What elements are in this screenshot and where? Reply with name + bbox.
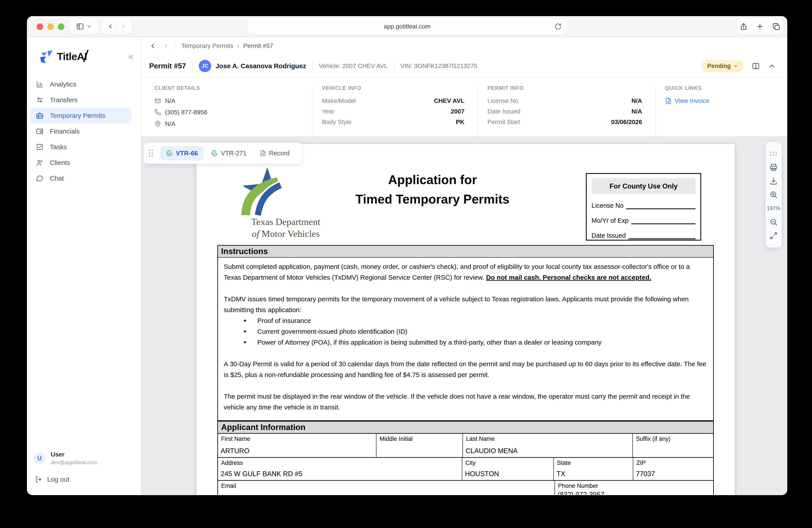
instructions-bullets: Proof of insurance Current government-is… bbox=[224, 315, 707, 348]
sidebar-panel-icon bbox=[76, 23, 84, 30]
check-circle-icon bbox=[166, 150, 173, 157]
city-cell: CityHOUSTON bbox=[462, 458, 553, 480]
browser-chrome: app.gotitleai.com bbox=[27, 16, 787, 37]
address-cell: Address245 W GULF BANK RD #5 bbox=[218, 458, 462, 480]
chevron-down-icon bbox=[734, 64, 738, 68]
expand-icon bbox=[769, 231, 778, 240]
panel-title: QUICK LINKS bbox=[665, 85, 774, 91]
refresh-icon[interactable] bbox=[554, 23, 562, 30]
close-window-button[interactable] bbox=[37, 24, 43, 30]
county-use-title: For County Use Only bbox=[592, 179, 696, 194]
fullscreen-button[interactable] bbox=[766, 229, 782, 243]
share-icon[interactable] bbox=[740, 23, 748, 30]
document-tabs: VTR-66 VTR-271 Record bbox=[143, 143, 302, 164]
blank-line bbox=[628, 235, 696, 239]
user-email: dev@apptitleai.com bbox=[51, 459, 97, 466]
browser-nav-buttons bbox=[102, 18, 132, 34]
app-logo: TitleAI « bbox=[39, 49, 133, 63]
summary-panels: CLIENT DETAILS N/A (305) 877-8956 N/A bbox=[141, 78, 787, 136]
sidebar-item-chat[interactable]: Chat bbox=[30, 170, 131, 186]
status-badge[interactable]: Pending bbox=[702, 60, 744, 72]
tab-vtr-271[interactable]: VTR-271 bbox=[205, 146, 252, 160]
zip-cell: ZIP77037 bbox=[633, 458, 713, 480]
agency-name-line2: of Motor Vehicles bbox=[234, 228, 338, 240]
blank-line bbox=[626, 205, 696, 209]
file-text-icon bbox=[260, 150, 266, 156]
applicant-table: First NameARTURO Middle Initial Last Nam… bbox=[217, 434, 714, 495]
permit-header: Permit #57 JC Jose A. Casanova Rodriguez… bbox=[141, 55, 787, 78]
check-square-icon bbox=[36, 143, 44, 151]
document-viewer: Texas Department of Motor Vehicles Appli… bbox=[141, 136, 787, 495]
instructions-p3: A 30-Day Permit is valid for a period of… bbox=[224, 358, 707, 380]
sidebar-item-clients[interactable]: Clients bbox=[30, 155, 131, 170]
sidebar-item-temporary-permits[interactable]: Temporary Permits bbox=[30, 108, 131, 124]
download-icon bbox=[769, 177, 778, 185]
sidebar-nav: Analytics Transfers Temporary Permits Fi… bbox=[27, 76, 141, 186]
divider bbox=[117, 22, 117, 31]
vehicle-info-panel: VEHICLE INFO Make/ModelCHEV AVL Year2007… bbox=[312, 85, 478, 136]
download-button[interactable] bbox=[766, 174, 782, 188]
sidebar-item-transfers[interactable]: Transfers bbox=[30, 92, 131, 108]
client-email-row: N/A bbox=[155, 97, 299, 104]
tab-overview-icon[interactable] bbox=[772, 23, 780, 30]
divider bbox=[175, 42, 176, 50]
instructions-p4: The permit must be displayed in the rear… bbox=[224, 391, 707, 413]
map-pin-icon bbox=[155, 120, 161, 127]
state-cell: StateTX bbox=[553, 458, 633, 480]
suffix-cell: Suffix (if any) bbox=[633, 434, 713, 457]
address-bar[interactable]: app.gotitleai.com bbox=[247, 18, 567, 34]
logout-button[interactable]: Log out bbox=[35, 476, 141, 483]
sidebar-item-financials[interactable]: Financials bbox=[30, 124, 131, 139]
tab-record[interactable]: Record bbox=[254, 146, 295, 160]
info-row: Year2007 bbox=[322, 108, 464, 115]
table-row: First NameARTURO Middle Initial Last Nam… bbox=[218, 434, 713, 457]
sidebar-collapse-button[interactable]: « bbox=[128, 52, 133, 61]
page-back-button[interactable] bbox=[149, 42, 156, 49]
page-forward-button[interactable] bbox=[162, 42, 170, 49]
minimize-window-button[interactable] bbox=[47, 24, 54, 30]
browser-forward-button[interactable] bbox=[120, 23, 127, 30]
traffic-lights bbox=[37, 16, 64, 37]
id-card-icon bbox=[36, 112, 44, 120]
collapse-header-button[interactable] bbox=[768, 62, 776, 70]
form-title: Application for Timed Temporary Permits bbox=[329, 170, 536, 209]
tab-vtr-66[interactable]: VTR-66 bbox=[160, 146, 204, 160]
view-invoice-link[interactable]: View Invoice bbox=[665, 97, 774, 104]
quick-links-panel: QUICK LINKS View Invoice bbox=[655, 85, 787, 136]
zoom-in-button[interactable] bbox=[766, 188, 782, 201]
panel-title: PERMIT INFO bbox=[488, 85, 642, 91]
blank-line bbox=[631, 220, 696, 224]
breadcrumb-current: Permit #57 bbox=[243, 42, 273, 49]
email-cell: Email bbox=[218, 481, 554, 495]
sidebar-item-analytics[interactable]: Analytics bbox=[30, 76, 131, 92]
browser-sidebar-toggle[interactable] bbox=[70, 18, 98, 34]
print-button[interactable] bbox=[766, 160, 782, 174]
form-page: Texas Department of Motor Vehicles Appli… bbox=[197, 144, 735, 495]
divider bbox=[192, 61, 193, 71]
bullet-item: Proof of insurance bbox=[224, 315, 707, 326]
user-profile[interactable]: U User dev@apptitleai.com bbox=[27, 451, 141, 466]
vin-summary: VIN: 3GNFK12387G213275 bbox=[400, 62, 477, 70]
client-name: Jose A. Casanova Rodriguez bbox=[216, 62, 306, 70]
breadcrumb-section[interactable]: Temporary Permits bbox=[182, 42, 233, 49]
users-icon bbox=[36, 159, 44, 167]
browser-back-button[interactable] bbox=[107, 23, 114, 30]
toolbar-drag-handle[interactable] bbox=[766, 147, 782, 160]
file-text-icon bbox=[665, 98, 672, 104]
county-use-box: For County Use Only License No Mo/Yr of … bbox=[586, 173, 701, 241]
zoom-out-button[interactable] bbox=[766, 215, 782, 229]
last-name-cell: Last NameCLAUDIO MENA bbox=[463, 434, 633, 457]
client-details-panel: CLIENT DETAILS N/A (305) 877-8956 N/A bbox=[155, 85, 312, 136]
chat-bubble-icon bbox=[36, 174, 44, 182]
new-tab-icon[interactable] bbox=[756, 23, 764, 30]
info-row: License NoN/A bbox=[488, 97, 642, 104]
breadcrumb: Temporary Permits › Permit #57 bbox=[141, 37, 787, 55]
chevron-down-icon bbox=[87, 24, 91, 29]
drag-handle-icon[interactable] bbox=[149, 149, 153, 157]
bar-chart-icon bbox=[36, 80, 44, 88]
county-field-date: Date Issued bbox=[592, 232, 696, 239]
phone-cell: Phone Number(832) 972-3957 bbox=[554, 481, 713, 495]
zoom-window-button[interactable] bbox=[58, 24, 64, 30]
sidebar-item-tasks[interactable]: Tasks bbox=[30, 139, 131, 155]
split-view-button[interactable] bbox=[752, 62, 760, 70]
